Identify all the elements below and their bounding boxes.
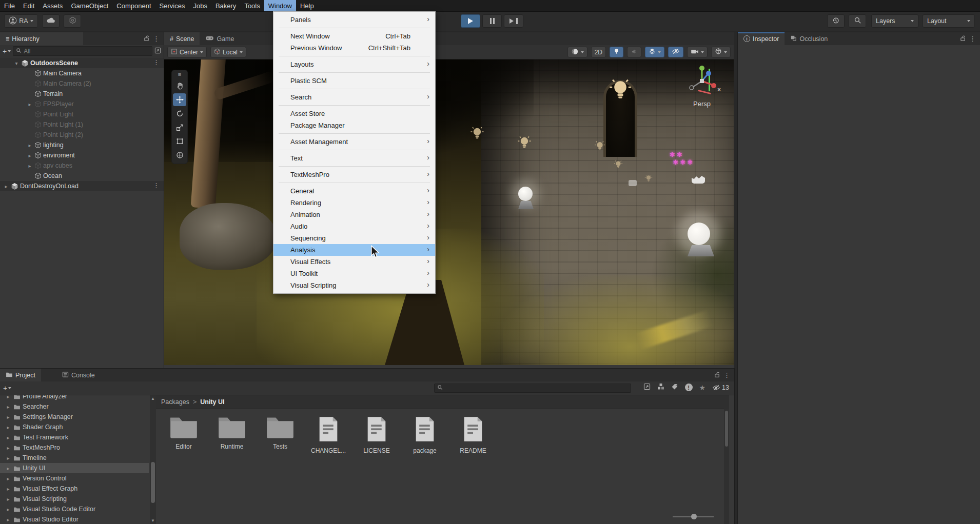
tab-hierarchy[interactable]: ≡ Hierarchy (0, 32, 83, 45)
menu-item-rendering[interactable]: Rendering› (273, 197, 435, 209)
light-gizmo-icon[interactable] (644, 174, 653, 184)
project-tree-item-version-control[interactable]: ▸Version Control (0, 473, 149, 483)
menu-item-ui-toolkit[interactable]: UI Toolkit› (273, 268, 435, 279)
menu-item-audio[interactable]: Audio› (273, 220, 435, 232)
hidden-objects-toggle[interactable] (668, 47, 683, 57)
kebab-icon[interactable]: ⋮ (153, 35, 160, 42)
collapsed-arrow-icon[interactable]: ▸ (5, 486, 11, 492)
collapsed-arrow-icon[interactable]: ▸ (5, 476, 11, 481)
tab-project[interactable]: Project (0, 369, 41, 381)
light-gizmo-icon[interactable] (517, 135, 532, 151)
account-button[interactable]: RA (4, 14, 38, 28)
cloud-button[interactable] (42, 14, 60, 28)
asset-bundle-icon[interactable] (657, 383, 664, 392)
lock-icon[interactable] (714, 371, 720, 379)
project-tree-item-searcher[interactable]: ▸Searcher (0, 401, 149, 412)
view-hand-tool[interactable] (173, 79, 186, 92)
light-gizmo-icon[interactable] (609, 78, 632, 103)
light-gizmo-icon[interactable] (614, 160, 623, 171)
menubar-item-jobs[interactable]: Jobs (189, 0, 211, 11)
light-gizmo-icon[interactable] (470, 126, 484, 142)
hierarchy-item-lighting[interactable]: ▸lighting (0, 140, 164, 150)
collapsed-arrow-icon[interactable]: ▸ (5, 435, 11, 440)
kebab-icon[interactable]: ⋮ (153, 182, 160, 189)
menu-item-layouts[interactable]: Layouts› (273, 58, 435, 70)
menu-item-asset-management[interactable]: Asset Management› (273, 136, 435, 148)
menu-item-text[interactable]: Text› (273, 152, 435, 164)
collapsed-arrow-icon[interactable]: ▸ (5, 414, 11, 420)
collapsed-arrow-icon[interactable]: ▸ (27, 163, 33, 169)
hierarchy-item-outdoorsscene[interactable]: ▾OutdoorsScene⋮ (0, 58, 164, 68)
menubar-item-help[interactable]: Help (296, 0, 318, 11)
tab-game[interactable]: Game (200, 32, 240, 45)
rect-tool[interactable] (173, 135, 186, 148)
asset-readme[interactable]: README (453, 416, 494, 454)
breadcrumb-current[interactable]: Unity UI (200, 398, 224, 406)
menu-item-search[interactable]: Search› (273, 91, 435, 103)
project-tree-item-timeline[interactable]: ▸Timeline (0, 453, 149, 463)
add-asset-button[interactable]: + (3, 384, 11, 392)
asset-package[interactable]: package (404, 416, 445, 454)
kebab-icon[interactable]: ⋮ (969, 35, 976, 42)
tab-scene[interactable]: # Scene (164, 32, 200, 45)
menubar-item-component[interactable]: Component (112, 0, 155, 11)
menu-item-visual-scripting[interactable]: Visual Scripting› (273, 279, 435, 291)
menu-item-general[interactable]: General› (273, 185, 435, 197)
favorites-star-icon[interactable]: ★ (699, 384, 706, 392)
menubar-item-services[interactable]: Services (155, 0, 189, 11)
undo-history-button[interactable] (827, 14, 845, 28)
collapsed-arrow-icon[interactable]: ▸ (5, 425, 11, 430)
pause-button[interactable] (482, 14, 502, 28)
lock-icon[interactable] (143, 35, 150, 43)
asset-editor[interactable]: Editor (163, 416, 204, 454)
project-tree-item-test-framework[interactable]: ▸Test Framework (0, 432, 149, 442)
tab-console[interactable]: Console (56, 369, 101, 381)
menu-item-visual-effects[interactable]: Visual Effects› (273, 256, 435, 268)
menubar-item-file[interactable]: File (0, 0, 19, 11)
add-object-button[interactable]: + (3, 47, 11, 55)
project-tree-item-settings-manager[interactable]: ▸Settings Manager (0, 412, 149, 422)
lock-icon[interactable] (959, 35, 966, 43)
hierarchy-item-ocean[interactable]: Ocean (0, 171, 164, 181)
menu-item-sequencing[interactable]: Sequencing› (273, 232, 435, 244)
menu-item-plastic-scm[interactable]: Plastic SCM (273, 75, 435, 87)
step-button[interactable] (504, 14, 523, 28)
project-tree-item-shader-graph[interactable]: ▸Shader Graph (0, 422, 149, 432)
hidden-count-badge[interactable]: 13 (712, 384, 729, 391)
menu-item-asset-store[interactable]: Asset Store (273, 108, 435, 119)
hierarchy-search-input[interactable]: All (13, 46, 152, 56)
menubar-item-gameobject[interactable]: GameObject (67, 0, 112, 11)
menubar-item-edit[interactable]: Edit (19, 0, 38, 11)
menu-item-previous-window[interactable]: Previous WindowCtrl+Shift+Tab (273, 42, 435, 54)
hierarchy-item-point-light-2[interactable]: Point Light (2) (0, 130, 164, 140)
project-tree-item-visual-scripting[interactable]: ▸Visual Scripting (0, 494, 149, 504)
asset-runtime[interactable]: Runtime (211, 416, 252, 454)
menu-item-package-manager[interactable]: Package Manager (273, 119, 435, 131)
hierarchy-item-main-camera-2[interactable]: Main Camera (2) (0, 78, 164, 89)
plastic-scm-button[interactable] (64, 14, 81, 28)
scene-viewport[interactable]: ✱✱ ✱✱✱ × Pers (164, 59, 734, 365)
hierarchy-item-enviroment[interactable]: ▸enviroment (0, 150, 164, 160)
axis-gizmo[interactable]: Persp (685, 65, 718, 108)
pivot-mode-dropdown[interactable]: Center (167, 47, 207, 57)
persp-label[interactable]: Persp (685, 100, 718, 108)
scene-lighting-toggle[interactable] (610, 47, 623, 57)
kebab-icon[interactable]: ⋮ (723, 372, 730, 378)
project-tree-item-profile-analyzer[interactable]: ▸Profile Analyzer (0, 395, 149, 401)
menu-item-animation[interactable]: Animation› (273, 209, 435, 220)
menubar-item-assets[interactable]: Assets (38, 0, 67, 11)
project-tree-item-visual-effect-graph[interactable]: ▸Visual Effect Graph (0, 483, 149, 494)
hierarchy-item-point-light[interactable]: Point Light (0, 109, 164, 119)
tools-grip-handle[interactable]: ≡ (178, 72, 181, 79)
project-tree-item-unity-ui[interactable]: ▸Unity UI (0, 463, 149, 473)
asset-tests[interactable]: Tests (260, 416, 301, 454)
tab-occlusion[interactable]: Occlusion (785, 32, 833, 45)
move-tool[interactable] (173, 93, 186, 106)
menubar-item-window[interactable]: Window (264, 0, 296, 11)
hierarchy-item-dontdestroyonload[interactable]: ▸DontDestroyOnLoad⋮ (0, 181, 164, 191)
search-button[interactable] (849, 14, 866, 28)
transform-tool[interactable] (173, 149, 186, 162)
layout-dropdown[interactable]: Layout (923, 14, 975, 28)
menubar-item-bakery[interactable]: Bakery (211, 0, 240, 11)
collapsed-arrow-icon[interactable]: ▸ (27, 153, 33, 158)
